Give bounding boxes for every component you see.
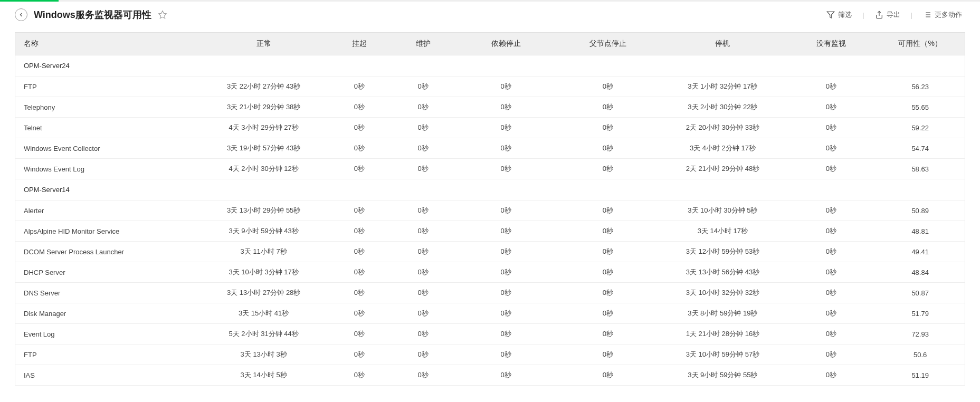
col-down[interactable]: 停机 <box>659 33 787 55</box>
table-row[interactable]: Telephony3天 21小时 29分钟 38秒0秒0秒0秒0秒3天 2小时 … <box>15 97 965 118</box>
cell-name: Telephony <box>15 97 200 118</box>
cell-suspend: 0秒 <box>327 303 391 324</box>
cell-no-monitor: 0秒 <box>786 118 876 138</box>
cell-no-monitor: 0秒 <box>786 76 876 97</box>
svg-marker-0 <box>158 11 166 18</box>
cell-down: 2天 21小时 29分钟 48秒 <box>659 159 787 179</box>
cell-parent-stop: 0秒 <box>557 221 659 242</box>
cell-down: 3天 13小时 56分钟 43秒 <box>659 262 787 283</box>
group-row[interactable]: OPM-Server24 <box>15 55 965 76</box>
table-row[interactable]: Windows Event Collector3天 19小时 57分钟 43秒0… <box>15 138 965 159</box>
cell-dep-stop: 0秒 <box>455 344 557 365</box>
cell-name: FTP <box>15 76 200 97</box>
col-parent-stop[interactable]: 父节点停止 <box>557 33 659 55</box>
cell-availability: 58.63 <box>876 159 965 179</box>
page-header: Windows服务监视器可用性 筛选 | 导出 | 更多动作 <box>0 2 980 32</box>
table-row[interactable]: Telnet4天 3小时 29分钟 27秒0秒0秒0秒0秒2天 20小时 30分… <box>15 118 965 138</box>
cell-name: FTP <box>15 344 200 365</box>
list-icon <box>923 11 931 19</box>
cell-maintenance: 0秒 <box>391 262 455 283</box>
col-no-monitor[interactable]: 没有监视 <box>786 33 876 55</box>
cell-normal: 3天 13小时 29分钟 55秒 <box>200 200 328 221</box>
table-row[interactable]: Disk Manager3天 15小时 41秒0秒0秒0秒0秒3天 8小时 59… <box>15 303 965 324</box>
table-row[interactable]: DHCP Server3天 10小时 3分钟 17秒0秒0秒0秒0秒3天 13小… <box>15 262 965 283</box>
cell-suspend: 0秒 <box>327 344 391 365</box>
export-label: 导出 <box>887 10 900 20</box>
cell-parent-stop: 0秒 <box>557 262 659 283</box>
cell-down: 3天 10小时 59分钟 57秒 <box>659 344 787 365</box>
cell-maintenance: 0秒 <box>391 324 455 344</box>
cell-normal: 3天 21小时 29分钟 38秒 <box>200 97 328 118</box>
cell-parent-stop: 0秒 <box>557 344 659 365</box>
table-row[interactable]: Windows Event Log4天 2小时 30分钟 12秒0秒0秒0秒0秒… <box>15 159 965 179</box>
export-button[interactable]: 导出 <box>872 8 903 22</box>
cell-dep-stop: 0秒 <box>455 118 557 138</box>
cell-name: AlpsAlpine HID Monitor Service <box>15 221 200 242</box>
cell-dep-stop: 0秒 <box>455 324 557 344</box>
cell-parent-stop: 0秒 <box>557 118 659 138</box>
cell-normal: 3天 13小时 27分钟 28秒 <box>200 283 328 303</box>
divider: | <box>862 11 864 19</box>
cell-name: Windows Event Log <box>15 159 200 179</box>
col-maintenance[interactable]: 维护 <box>391 33 455 55</box>
cell-maintenance: 0秒 <box>391 365 455 386</box>
back-button[interactable] <box>15 8 27 21</box>
cell-no-monitor: 0秒 <box>786 221 876 242</box>
table-row[interactable]: FTP3天 13小时 3秒0秒0秒0秒0秒3天 10小时 59分钟 57秒0秒5… <box>15 344 965 365</box>
cell-dep-stop: 0秒 <box>455 303 557 324</box>
cell-down: 3天 1小时 32分钟 17秒 <box>659 76 787 97</box>
table-row[interactable]: Event Log5天 2小时 31分钟 44秒0秒0秒0秒0秒1天 21小时 … <box>15 324 965 344</box>
cell-normal: 3天 22小时 27分钟 43秒 <box>200 76 328 97</box>
table-row[interactable]: FTP3天 22小时 27分钟 43秒0秒0秒0秒0秒3天 1小时 32分钟 1… <box>15 76 965 97</box>
cell-suspend: 0秒 <box>327 262 391 283</box>
col-name[interactable]: 名称 <box>15 33 200 55</box>
col-suspend[interactable]: 挂起 <box>327 33 391 55</box>
cell-dep-stop: 0秒 <box>455 159 557 179</box>
cell-name: Telnet <box>15 118 200 138</box>
more-actions-button[interactable]: 更多动作 <box>920 8 965 22</box>
table-row[interactable]: IAS3天 14小时 5秒0秒0秒0秒0秒3天 9小时 59分钟 55秒0秒51… <box>15 365 965 386</box>
cell-availability: 50.87 <box>876 283 965 303</box>
cell-maintenance: 0秒 <box>391 76 455 97</box>
cell-down: 3天 14小时 17秒 <box>659 221 787 242</box>
cell-suspend: 0秒 <box>327 324 391 344</box>
cell-name: Disk Manager <box>15 303 200 324</box>
cell-parent-stop: 0秒 <box>557 76 659 97</box>
cell-name: Alerter <box>15 200 200 221</box>
cell-normal: 3天 14小时 5秒 <box>200 365 328 386</box>
table-row[interactable]: DCOM Server Process Launcher3天 11小时 7秒0秒… <box>15 242 965 262</box>
cell-normal: 4天 2小时 30分钟 12秒 <box>200 159 328 179</box>
cell-down: 3天 2小时 30分钟 22秒 <box>659 97 787 118</box>
cell-no-monitor: 0秒 <box>786 97 876 118</box>
cell-availability: 59.22 <box>876 118 965 138</box>
svg-marker-1 <box>827 12 834 18</box>
filter-button[interactable]: 筛选 <box>823 8 855 22</box>
col-availability[interactable]: 可用性（%） <box>876 33 965 55</box>
cell-no-monitor: 0秒 <box>786 344 876 365</box>
cell-down: 3天 12小时 59分钟 53秒 <box>659 242 787 262</box>
cell-parent-stop: 0秒 <box>557 242 659 262</box>
cell-maintenance: 0秒 <box>391 221 455 242</box>
cell-dep-stop: 0秒 <box>455 200 557 221</box>
cell-name: DNS Server <box>15 283 200 303</box>
table-row[interactable]: DNS Server3天 13小时 27分钟 28秒0秒0秒0秒0秒3天 10小… <box>15 283 965 303</box>
cell-suspend: 0秒 <box>327 118 391 138</box>
cell-parent-stop: 0秒 <box>557 200 659 221</box>
group-row[interactable]: OPM-Server14 <box>15 179 965 200</box>
cell-availability: 54.74 <box>876 138 965 159</box>
cell-availability: 72.93 <box>876 324 965 344</box>
table-row[interactable]: AlpsAlpine HID Monitor Service3天 9小时 59分… <box>15 221 965 242</box>
export-icon <box>875 11 883 19</box>
cell-name: DCOM Server Process Launcher <box>15 242 200 262</box>
cell-availability: 55.65 <box>876 97 965 118</box>
cell-maintenance: 0秒 <box>391 159 455 179</box>
favorite-button[interactable] <box>158 10 167 20</box>
cell-availability: 56.23 <box>876 76 965 97</box>
cell-normal: 4天 3小时 29分钟 27秒 <box>200 118 328 138</box>
col-normal[interactable]: 正常 <box>200 33 328 55</box>
cell-no-monitor: 0秒 <box>786 365 876 386</box>
cell-no-monitor: 0秒 <box>786 262 876 283</box>
col-dep-stop[interactable]: 依赖停止 <box>455 33 557 55</box>
cell-availability: 50.6 <box>876 344 965 365</box>
table-row[interactable]: Alerter3天 13小时 29分钟 55秒0秒0秒0秒0秒3天 10小时 3… <box>15 200 965 221</box>
